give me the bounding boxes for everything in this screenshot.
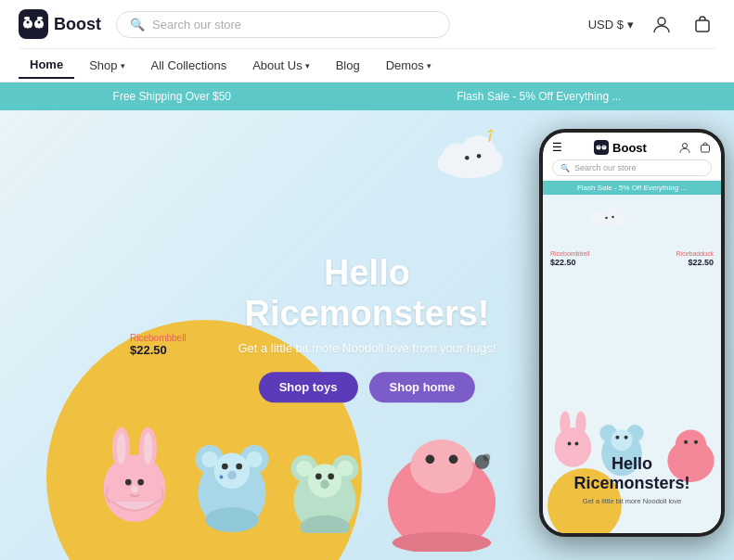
svg-point-50	[449, 454, 458, 464]
svg-rect-57	[594, 140, 609, 155]
svg-point-20	[117, 432, 126, 464]
announcement-left: Free Shipping Over $50	[113, 90, 231, 103]
nav-shop-chevron: ▾	[121, 61, 125, 70]
hero-title: Hello Ricemonsters!	[238, 253, 496, 334]
nav-blog-label: Blog	[336, 58, 360, 72]
cart-button[interactable]	[689, 11, 715, 37]
blue-bear-plush	[186, 422, 278, 533]
mobile-menu-icon: ☰	[552, 141, 562, 154]
svg-point-34	[205, 507, 259, 532]
svg-point-12	[479, 149, 503, 173]
account-button[interactable]	[649, 11, 675, 37]
svg-point-23	[137, 479, 144, 486]
svg-point-14	[477, 154, 482, 159]
nav-about-label: About Us	[252, 58, 302, 72]
mobile-content: Ricebombbell $22.50 Ricebadduck $22.50	[543, 195, 721, 533]
svg-rect-0	[19, 9, 48, 39]
announcement-bar: Free Shipping Over $50 Flash Sale - 5% O…	[0, 83, 734, 110]
svg-point-21	[144, 432, 153, 464]
svg-point-83	[684, 440, 688, 444]
nav-item-demos[interactable]: Demos ▾	[375, 53, 443, 78]
mobile-icons	[678, 141, 712, 154]
nav-collections-label: All Collections	[151, 58, 227, 72]
product-label: Ricebombbell	[130, 333, 187, 343]
svg-point-52	[400, 498, 421, 534]
svg-point-31	[222, 464, 228, 470]
svg-point-49	[426, 454, 435, 464]
svg-line-15	[489, 134, 491, 142]
shop-toys-button[interactable]: Shop toys	[259, 373, 358, 403]
mobile-announcement: Flash Sale - 5% Off Everything ...	[543, 181, 721, 195]
svg-rect-6	[37, 17, 43, 19]
svg-point-73	[568, 441, 572, 445]
nav-item-home[interactable]: Home	[19, 52, 74, 79]
mobile-sub: Get a little bit more Noodoll love	[543, 497, 721, 505]
logo[interactable]: Boost	[19, 9, 101, 39]
svg-rect-5	[24, 17, 30, 19]
svg-point-33	[227, 471, 237, 480]
svg-point-3	[27, 21, 30, 24]
cloud-plush	[428, 129, 511, 180]
mobile-header: ☰ Boost	[543, 133, 721, 181]
mobile-hello: Hello Ricemonsters!	[543, 454, 721, 494]
mobile-header-top: ☰ Boost	[552, 140, 712, 155]
hero-subtitle: Get a little bit more Noodoll love from …	[238, 342, 496, 356]
nav-shop-label: Shop	[89, 58, 117, 72]
svg-point-4	[38, 21, 41, 24]
search-icon: 🔍	[130, 18, 145, 32]
mobile-screen: ☰ Boost	[543, 133, 721, 533]
svg-point-67	[613, 213, 626, 226]
logo-text: Boost	[54, 15, 101, 34]
svg-point-32	[236, 464, 242, 470]
svg-point-53	[462, 498, 483, 534]
nav-demos-chevron: ▾	[427, 61, 431, 70]
search-bar[interactable]: 🔍 Search our store	[116, 11, 450, 38]
nav-item-shop[interactable]: Shop ▾	[78, 53, 135, 78]
pink-bunny-plush	[93, 422, 176, 524]
svg-rect-8	[696, 20, 709, 32]
svg-point-78	[611, 429, 632, 451]
nav-item-about[interactable]: About Us ▾	[241, 53, 320, 78]
svg-point-42	[315, 473, 322, 479]
mobile-logo-icon	[594, 140, 609, 155]
svg-point-56	[483, 454, 491, 462]
mobile-logo-text: Boost	[612, 141, 647, 155]
nav-item-blog[interactable]: Blog	[325, 53, 371, 78]
hero-buttons: Shop toys Shop home	[238, 373, 496, 403]
green-bear-plush	[283, 431, 367, 533]
svg-point-68	[605, 217, 608, 220]
hero-section: Hello Ricemonsters! Get a little bit mor…	[0, 110, 734, 560]
mobile-search-placeholder: Search our store	[574, 163, 637, 172]
hero-content: Hello Ricemonsters! Get a little bit mor…	[238, 253, 496, 402]
svg-point-74	[574, 441, 578, 445]
mobile-search[interactable]: 🔍 Search our store	[552, 159, 712, 176]
shop-home-button[interactable]: Shop home	[369, 373, 476, 403]
mobile-mockup: ☰ Boost	[539, 129, 725, 537]
svg-point-22	[125, 479, 132, 486]
product-price: $22.50	[130, 343, 187, 357]
currency-selector[interactable]: USD $ ▾	[588, 18, 634, 32]
currency-chevron: ▾	[627, 18, 634, 32]
svg-point-13	[465, 156, 470, 160]
mobile-account-icon	[678, 141, 691, 154]
svg-point-24	[131, 486, 138, 493]
mobile-product-price2: $22.50	[688, 258, 714, 267]
main-nav: Home Shop ▾ All Collections About Us ▾ B…	[19, 48, 715, 82]
nav-home-label: Home	[30, 57, 63, 71]
mobile-search-icon: 🔍	[560, 164, 570, 172]
header-top: Boost 🔍 Search our store USD $ ▾	[19, 0, 715, 48]
svg-point-30	[214, 453, 250, 489]
svg-point-44	[320, 480, 329, 490]
mobile-hero-text: Hello Ricemonsters! Get a little bit mor…	[543, 454, 721, 505]
nav-item-collections[interactable]: All Collections	[140, 53, 238, 78]
svg-point-62	[682, 144, 687, 148]
mobile-product-label2: Ricebadduck	[676, 250, 714, 257]
price-tag: Ricebombbell $22.50	[130, 333, 187, 357]
nav-demos-label: Demos	[386, 58, 424, 72]
mobile-product-label1: Ricebombbell	[550, 250, 589, 257]
svg-point-69	[612, 216, 614, 219]
mobile-logo: Boost	[594, 140, 647, 155]
svg-point-80	[625, 436, 628, 439]
nav-about-chevron: ▾	[305, 61, 310, 70]
svg-point-79	[615, 436, 619, 439]
